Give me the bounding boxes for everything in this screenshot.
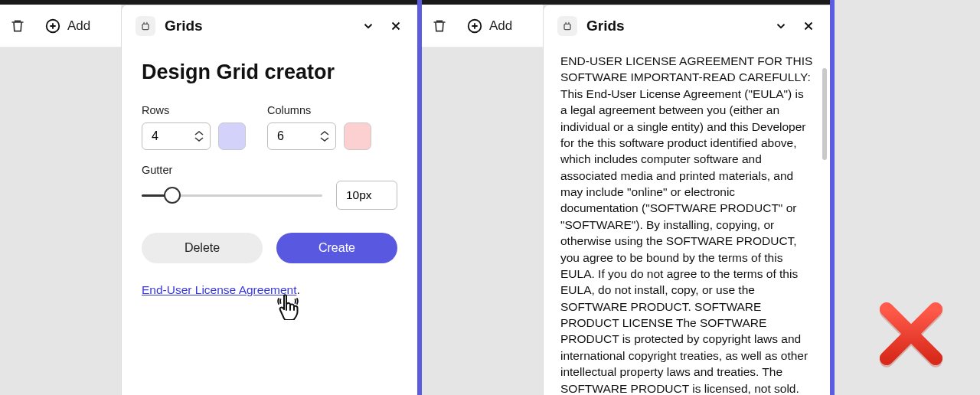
blank-area bbox=[835, 0, 980, 395]
plugin-icon bbox=[557, 16, 577, 36]
plugin-icon bbox=[136, 16, 155, 36]
close-button[interactable] bbox=[801, 18, 816, 34]
svg-rect-3 bbox=[564, 24, 570, 29]
rows-color-swatch[interactable] bbox=[218, 122, 246, 150]
panel-title: Grids bbox=[586, 18, 764, 34]
delete-button[interactable]: Delete bbox=[142, 233, 263, 263]
trash-icon[interactable] bbox=[431, 18, 448, 34]
gutter-value: 10px bbox=[346, 188, 372, 202]
collapse-button[interactable] bbox=[773, 18, 789, 34]
chevron-down-icon[interactable] bbox=[320, 136, 329, 142]
page-title: Design Grid creator bbox=[142, 60, 397, 84]
add-button[interactable]: Add bbox=[466, 18, 512, 34]
gutter-value-input[interactable]: 10px bbox=[336, 181, 397, 210]
scrollbar-thumb[interactable] bbox=[822, 68, 827, 160]
add-label: Add bbox=[489, 18, 512, 34]
eula-link-suffix: . bbox=[296, 283, 299, 296]
gutter-slider[interactable] bbox=[142, 186, 322, 204]
columns-value: 6 bbox=[277, 129, 320, 143]
close-button[interactable] bbox=[388, 18, 403, 34]
eula-link[interactable]: End-User License Agreement bbox=[142, 283, 296, 296]
create-label: Create bbox=[318, 241, 355, 255]
create-button[interactable]: Create bbox=[276, 233, 397, 263]
chevron-down-icon[interactable] bbox=[194, 136, 204, 142]
trash-icon[interactable] bbox=[9, 18, 26, 34]
collapse-button[interactable] bbox=[361, 18, 376, 34]
rows-label: Rows bbox=[142, 104, 246, 116]
app-toolbar: Add bbox=[422, 5, 543, 47]
plugin-panel: Grids Design Grid creator Rows bbox=[121, 5, 417, 395]
plugin-panel: Grids END-USER LICENSE AGREEMENT FOR THI… bbox=[543, 5, 830, 395]
chevron-up-icon[interactable] bbox=[194, 130, 204, 136]
gutter-label: Gutter bbox=[142, 164, 397, 176]
columns-color-swatch[interactable] bbox=[344, 122, 371, 150]
eula-body-text: END-USER LICENSE AGREEMENT FOR THIS SOFT… bbox=[559, 53, 815, 395]
add-label: Add bbox=[67, 18, 90, 34]
columns-label: Columns bbox=[267, 104, 371, 116]
delete-label: Delete bbox=[185, 241, 220, 255]
add-button[interactable]: Add bbox=[44, 18, 90, 34]
rows-stepper[interactable]: 4 bbox=[142, 122, 211, 150]
app-toolbar: Add bbox=[0, 5, 121, 47]
svg-rect-1 bbox=[142, 24, 149, 29]
chevron-up-icon[interactable] bbox=[320, 130, 329, 136]
rows-value: 4 bbox=[152, 129, 194, 143]
slider-thumb[interactable] bbox=[164, 187, 181, 204]
panel-title: Grids bbox=[165, 18, 351, 34]
columns-stepper[interactable]: 6 bbox=[267, 122, 336, 150]
